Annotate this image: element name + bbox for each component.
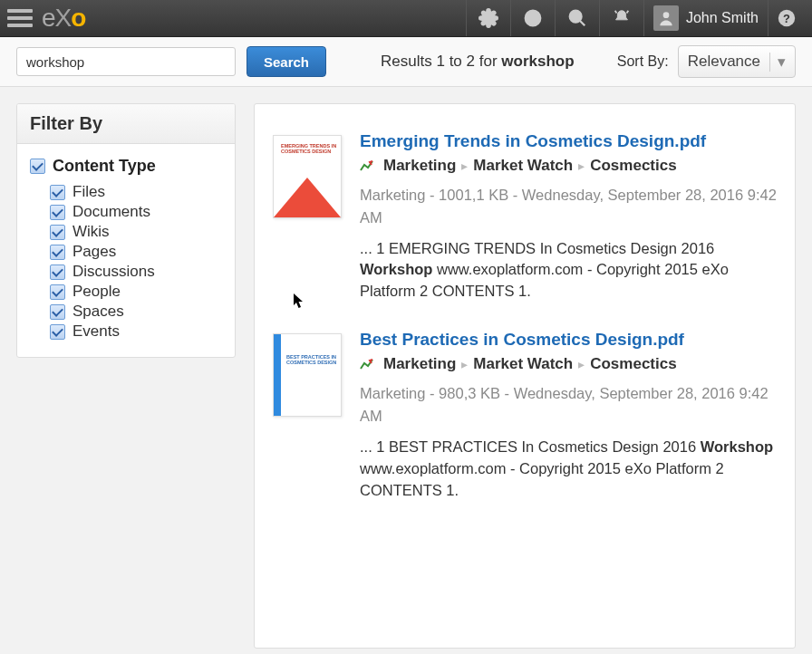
filter-item-label: Events bbox=[72, 322, 120, 341]
result-thumbnail[interactable]: EMERGING TRENDS In Cosmetics Design bbox=[273, 135, 342, 218]
checkbox-icon[interactable] bbox=[50, 225, 65, 240]
breadcrumb-segment[interactable]: Market Watch bbox=[473, 355, 573, 373]
breadcrumb-segment[interactable]: Cosmectics bbox=[590, 157, 676, 175]
filter-header: Filter By bbox=[17, 104, 235, 144]
checkbox-icon[interactable] bbox=[50, 324, 65, 340]
chevron-down-icon: ▾ bbox=[769, 53, 786, 72]
breadcrumb-segment[interactable]: Cosmectics bbox=[590, 355, 676, 373]
result-excerpt: ... 1 BEST PRACTICES In Cosmetics Design… bbox=[360, 437, 777, 502]
filter-item[interactable]: Spaces bbox=[50, 303, 226, 321]
result-title-link[interactable]: Best Practices in Cosmetics Design.pdf bbox=[360, 330, 777, 350]
breadcrumb-segment[interactable]: Marketing bbox=[383, 157, 456, 175]
chevron-right-icon: ▸ bbox=[578, 357, 585, 371]
menu-icon[interactable] bbox=[7, 9, 33, 27]
results-count-label: Results 1 to 2 for workshop bbox=[381, 53, 575, 71]
checkbox-icon[interactable] bbox=[30, 159, 45, 174]
avatar-icon bbox=[653, 5, 679, 31]
result-title-link[interactable]: Emerging Trends in Cosmetics Design.pdf bbox=[360, 131, 777, 151]
filter-item-label: Discussions bbox=[72, 263, 155, 281]
user-menu[interactable]: John Smith bbox=[643, 0, 768, 36]
bell-icon[interactable] bbox=[599, 0, 643, 36]
gear-icon[interactable] bbox=[466, 0, 510, 36]
breadcrumb-segment[interactable]: Market Watch bbox=[473, 157, 573, 175]
help-icon[interactable]: ? bbox=[768, 0, 805, 36]
filter-item-label: Wikis bbox=[72, 223, 110, 241]
svg-line-5 bbox=[580, 21, 585, 26]
filter-item-label: Pages bbox=[72, 243, 116, 261]
chart-icon bbox=[360, 159, 378, 172]
filter-group-content-type[interactable]: Content Type bbox=[30, 157, 226, 176]
filter-item-label: Spaces bbox=[72, 303, 124, 321]
checkbox-icon[interactable] bbox=[50, 304, 65, 320]
result-thumbnail[interactable]: BEST PRACTICES In Cosmetics Design bbox=[273, 333, 342, 417]
result-item: EMERGING TRENDS In Cosmetics DesignEmerg… bbox=[273, 131, 777, 303]
breadcrumb: Marketing▸Market Watch▸Cosmectics bbox=[360, 157, 777, 175]
filter-panel: Filter By Content Type FilesDocumentsWik… bbox=[16, 103, 236, 358]
svg-point-4 bbox=[570, 11, 582, 23]
search-button[interactable]: Search bbox=[246, 46, 326, 77]
search-row: Search Results 1 to 2 for workshop Sort … bbox=[0, 37, 812, 87]
result-item: BEST PRACTICES In Cosmetics DesignBest P… bbox=[273, 330, 777, 501]
filter-item[interactable]: Discussions bbox=[50, 263, 226, 281]
search-icon[interactable] bbox=[555, 0, 599, 36]
filter-item-label: Documents bbox=[72, 203, 150, 221]
add-icon[interactable] bbox=[510, 0, 555, 36]
result-meta: Marketing - 1001,1 KB - Wednesday, Septe… bbox=[360, 184, 777, 229]
logo[interactable]: eXo bbox=[42, 4, 85, 33]
svg-point-6 bbox=[663, 12, 670, 18]
search-input[interactable] bbox=[16, 47, 236, 76]
filter-item[interactable]: Files bbox=[50, 183, 226, 201]
chevron-right-icon: ▸ bbox=[461, 159, 468, 173]
chevron-right-icon: ▸ bbox=[461, 357, 468, 371]
filter-item[interactable]: Documents bbox=[50, 203, 226, 221]
chevron-right-icon: ▸ bbox=[578, 159, 585, 173]
breadcrumb: Marketing▸Market Watch▸Cosmectics bbox=[360, 355, 777, 373]
sort-select[interactable]: Relevance ▾ bbox=[678, 45, 796, 78]
topbar: eXo John Smith ? bbox=[0, 0, 812, 37]
checkbox-icon[interactable] bbox=[50, 284, 65, 300]
filter-item[interactable]: Pages bbox=[50, 243, 226, 261]
result-excerpt: ... 1 EMERGING TRENDS In Cosmetics Desig… bbox=[360, 238, 777, 303]
filter-item[interactable]: People bbox=[50, 283, 226, 301]
svg-text:?: ? bbox=[783, 12, 790, 25]
sort-value: Relevance bbox=[688, 53, 760, 71]
filter-item[interactable]: Wikis bbox=[50, 223, 226, 241]
topbar-icons: John Smith ? bbox=[466, 0, 805, 36]
results-panel: EMERGING TRENDS In Cosmetics DesignEmerg… bbox=[254, 103, 796, 649]
checkbox-icon[interactable] bbox=[50, 264, 65, 280]
checkbox-icon[interactable] bbox=[50, 185, 65, 200]
filter-item[interactable]: Events bbox=[50, 322, 226, 341]
chart-icon bbox=[360, 358, 378, 370]
sort-by-label: Sort By: bbox=[617, 53, 669, 70]
filter-item-label: People bbox=[72, 283, 121, 301]
breadcrumb-segment[interactable]: Marketing bbox=[383, 355, 456, 373]
user-name-label: John Smith bbox=[686, 10, 759, 26]
checkbox-icon[interactable] bbox=[50, 245, 65, 260]
result-meta: Marketing - 980,3 KB - Wednesday, Septem… bbox=[360, 382, 777, 428]
checkbox-icon[interactable] bbox=[50, 205, 65, 220]
filter-item-label: Files bbox=[72, 183, 105, 201]
